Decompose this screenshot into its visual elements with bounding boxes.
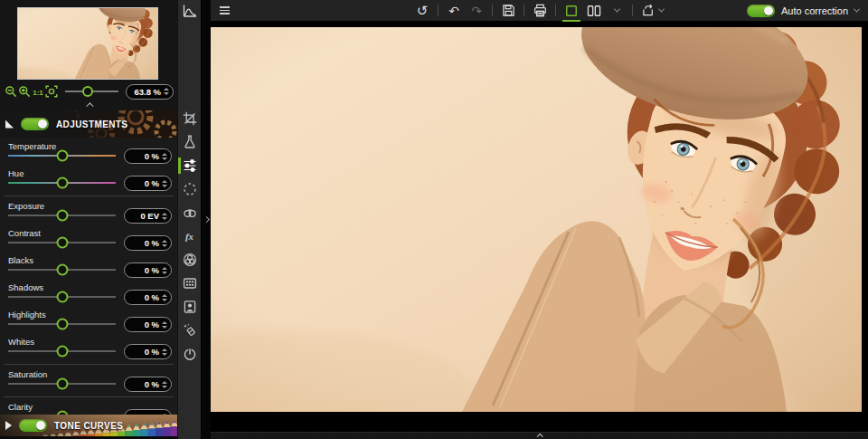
slider-row: Shadows 0 %	[0, 282, 177, 309]
histogram-icon[interactable]	[182, 4, 198, 18]
print-icon	[533, 4, 547, 17]
expand-panel-handle[interactable]	[203, 211, 211, 227]
spinner-icon[interactable]	[162, 294, 167, 301]
spinner-icon[interactable]	[164, 88, 169, 95]
slider-handle[interactable]	[56, 291, 68, 303]
photo-image[interactable]	[211, 27, 862, 412]
zoom-fit-icon[interactable]	[45, 85, 58, 98]
slider-handle[interactable]	[56, 210, 68, 222]
group-separator	[4, 196, 174, 196]
whites-slider[interactable]	[8, 350, 116, 352]
reset-icon: ↺	[417, 4, 429, 18]
redo-icon: ↷	[471, 4, 482, 18]
spinner-icon[interactable]	[162, 213, 167, 220]
chevron-down-icon	[658, 6, 665, 13]
selection-tool[interactable]	[183, 182, 197, 196]
saturation-value-box[interactable]: 0 %	[124, 377, 172, 392]
hue-value-box[interactable]: 0 %	[124, 176, 172, 191]
frames-tool[interactable]	[183, 276, 197, 291]
zoom-slider-handle[interactable]	[82, 86, 93, 97]
compare-tool[interactable]	[183, 205, 197, 220]
filmstrip-expand-bar[interactable]	[211, 432, 868, 439]
slider-row: Contrast 0 %	[0, 227, 177, 254]
split-view-button[interactable]	[587, 3, 601, 19]
zoom-out-icon[interactable]	[5, 85, 17, 98]
collapse-navigator-button[interactable]	[0, 101, 177, 109]
saturation-slider[interactable]	[8, 383, 116, 385]
preview-thumbnail-image	[18, 8, 157, 79]
exposure-slider[interactable]	[8, 215, 116, 216]
slider-handle[interactable]	[56, 264, 68, 276]
spinner-icon[interactable]	[162, 381, 167, 388]
tone-curves-panel-header[interactable]: TONE CURVES	[0, 415, 177, 439]
preview-thumbnail[interactable]	[17, 7, 158, 80]
power-tool[interactable]	[183, 347, 197, 361]
zoom-one-to-one-icon[interactable]: 1:1	[32, 85, 44, 98]
tone-curves-toggle[interactable]	[19, 419, 47, 432]
slider-handle[interactable]	[56, 150, 68, 162]
split-view-icon	[587, 5, 601, 17]
slider-handle[interactable]	[56, 378, 68, 390]
spinner-icon[interactable]	[162, 240, 167, 247]
blacks-slider[interactable]	[8, 269, 116, 271]
spinner-icon[interactable]	[162, 180, 167, 187]
slider-row: Blacks 0 %	[0, 254, 177, 282]
print-button[interactable]	[533, 3, 547, 19]
zoom-value-box[interactable]: 63.8 %	[126, 84, 174, 100]
slider-row: Hue 0 %	[0, 167, 177, 195]
redo-button[interactable]: ↷	[469, 3, 484, 19]
slider-row: Whites 0 %	[0, 336, 177, 363]
adjustments-panel-header[interactable]: ADJUSTMENTS	[0, 110, 177, 138]
auto-correction-toggle[interactable]	[747, 5, 775, 17]
slider-handle[interactable]	[56, 319, 68, 330]
crop-tool[interactable]	[183, 111, 197, 126]
expand-triangle-icon[interactable]	[5, 421, 12, 430]
tool-strip: fx	[177, 0, 201, 439]
fx-tool[interactable]: fx	[183, 229, 197, 243]
adjustments-toggle[interactable]	[21, 118, 49, 130]
highlights-value-box[interactable]: 0 %	[124, 317, 172, 332]
zoom-slider[interactable]	[65, 91, 118, 92]
chevron-down-icon	[613, 6, 619, 13]
spinner-icon[interactable]	[162, 348, 167, 356]
whites-value-box[interactable]: 0 %	[124, 344, 172, 359]
undo-button[interactable]: ↶	[447, 3, 461, 19]
contrast-value-box[interactable]: 0 %	[124, 235, 172, 251]
slider-handle[interactable]	[56, 237, 68, 249]
portrait-tool[interactable]	[183, 300, 197, 314]
toolbar-right: Auto correction	[747, 5, 859, 17]
temperature-slider[interactable]	[8, 155, 116, 157]
share-button[interactable]	[641, 3, 664, 19]
save-button[interactable]	[501, 3, 515, 19]
hue-slider[interactable]	[8, 182, 116, 184]
exposure-value-box[interactable]: 0 EV	[124, 208, 172, 224]
toolbar-separator	[524, 5, 524, 16]
temperature-value-box[interactable]: 0 %	[124, 148, 172, 164]
collapse-triangle-icon[interactable]	[5, 120, 14, 129]
contrast-slider[interactable]	[8, 242, 116, 243]
color-wheel-tool[interactable]	[183, 253, 197, 267]
zoom-in-icon[interactable]	[18, 85, 31, 98]
adjustments-title: ADJUSTMENTS	[56, 119, 127, 129]
chevron-right-icon	[203, 215, 210, 222]
flask-tool[interactable]	[183, 135, 197, 149]
slider-handle[interactable]	[56, 346, 68, 358]
shadows-slider[interactable]	[8, 296, 116, 298]
editing-canvas[interactable]	[211, 21, 868, 439]
adjustments-tool[interactable]	[183, 158, 197, 173]
reset-button[interactable]: ↺	[415, 3, 429, 19]
navigator-panel: 1:1 63.8 %	[0, 0, 177, 110]
chevron-down-icon[interactable]	[854, 6, 860, 13]
group-separator	[4, 396, 174, 397]
spinner-icon[interactable]	[162, 321, 167, 329]
magic-eraser-tool[interactable]	[183, 323, 197, 338]
blacks-value-box[interactable]: 0 %	[124, 262, 172, 278]
photo-editor-window: 1:1 63.8 %	[0, 0, 868, 439]
highlights-slider[interactable]	[8, 323, 116, 325]
shadows-value-box[interactable]: 0 %	[124, 290, 172, 305]
split-view-options-button[interactable]	[609, 3, 624, 19]
slider-handle[interactable]	[56, 177, 68, 189]
spinner-icon[interactable]	[162, 153, 167, 160]
spinner-icon[interactable]	[162, 267, 167, 274]
single-view-button[interactable]	[564, 3, 579, 19]
